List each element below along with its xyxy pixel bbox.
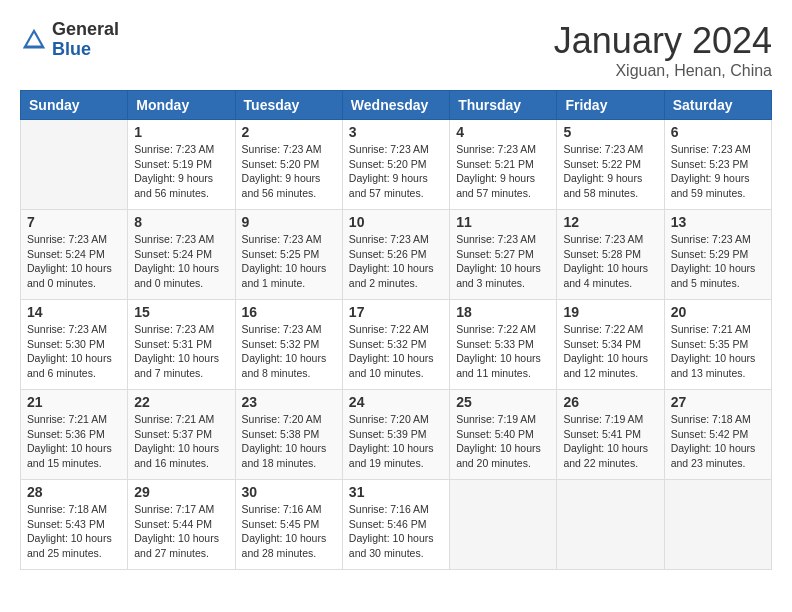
day-number: 28 <box>27 484 121 500</box>
day-info: Sunrise: 7:16 AMSunset: 5:45 PMDaylight:… <box>242 502 336 561</box>
calendar-cell: 27Sunrise: 7:18 AMSunset: 5:42 PMDayligh… <box>664 390 771 480</box>
calendar-week-row: 14Sunrise: 7:23 AMSunset: 5:30 PMDayligh… <box>21 300 772 390</box>
day-number: 1 <box>134 124 228 140</box>
day-number: 8 <box>134 214 228 230</box>
calendar-cell: 16Sunrise: 7:23 AMSunset: 5:32 PMDayligh… <box>235 300 342 390</box>
day-number: 23 <box>242 394 336 410</box>
day-number: 2 <box>242 124 336 140</box>
day-info: Sunrise: 7:23 AMSunset: 5:27 PMDaylight:… <box>456 232 550 291</box>
calendar-cell: 28Sunrise: 7:18 AMSunset: 5:43 PMDayligh… <box>21 480 128 570</box>
page-header: General Blue January 2024 Xiguan, Henan,… <box>20 20 772 80</box>
calendar-cell: 30Sunrise: 7:16 AMSunset: 5:45 PMDayligh… <box>235 480 342 570</box>
calendar-cell: 18Sunrise: 7:22 AMSunset: 5:33 PMDayligh… <box>450 300 557 390</box>
day-number: 27 <box>671 394 765 410</box>
calendar-week-row: 7Sunrise: 7:23 AMSunset: 5:24 PMDaylight… <box>21 210 772 300</box>
calendar-table: SundayMondayTuesdayWednesdayThursdayFrid… <box>20 90 772 570</box>
logo-icon <box>20 26 48 54</box>
day-info: Sunrise: 7:22 AMSunset: 5:34 PMDaylight:… <box>563 322 657 381</box>
day-info: Sunrise: 7:21 AMSunset: 5:37 PMDaylight:… <box>134 412 228 471</box>
calendar-cell: 26Sunrise: 7:19 AMSunset: 5:41 PMDayligh… <box>557 390 664 480</box>
weekday-header-friday: Friday <box>557 91 664 120</box>
calendar-cell: 15Sunrise: 7:23 AMSunset: 5:31 PMDayligh… <box>128 300 235 390</box>
calendar-cell: 3Sunrise: 7:23 AMSunset: 5:20 PMDaylight… <box>342 120 449 210</box>
day-number: 25 <box>456 394 550 410</box>
weekday-header-monday: Monday <box>128 91 235 120</box>
calendar-cell: 11Sunrise: 7:23 AMSunset: 5:27 PMDayligh… <box>450 210 557 300</box>
weekday-header-wednesday: Wednesday <box>342 91 449 120</box>
calendar-cell: 8Sunrise: 7:23 AMSunset: 5:24 PMDaylight… <box>128 210 235 300</box>
day-number: 16 <box>242 304 336 320</box>
logo: General Blue <box>20 20 119 60</box>
calendar-week-row: 21Sunrise: 7:21 AMSunset: 5:36 PMDayligh… <box>21 390 772 480</box>
day-number: 29 <box>134 484 228 500</box>
day-number: 19 <box>563 304 657 320</box>
day-info: Sunrise: 7:19 AMSunset: 5:40 PMDaylight:… <box>456 412 550 471</box>
calendar-cell: 22Sunrise: 7:21 AMSunset: 5:37 PMDayligh… <box>128 390 235 480</box>
day-info: Sunrise: 7:20 AMSunset: 5:39 PMDaylight:… <box>349 412 443 471</box>
day-info: Sunrise: 7:23 AMSunset: 5:26 PMDaylight:… <box>349 232 443 291</box>
day-number: 14 <box>27 304 121 320</box>
day-info: Sunrise: 7:23 AMSunset: 5:25 PMDaylight:… <box>242 232 336 291</box>
day-number: 6 <box>671 124 765 140</box>
day-info: Sunrise: 7:21 AMSunset: 5:35 PMDaylight:… <box>671 322 765 381</box>
calendar-cell: 1Sunrise: 7:23 AMSunset: 5:19 PMDaylight… <box>128 120 235 210</box>
day-info: Sunrise: 7:21 AMSunset: 5:36 PMDaylight:… <box>27 412 121 471</box>
calendar-cell: 2Sunrise: 7:23 AMSunset: 5:20 PMDaylight… <box>235 120 342 210</box>
calendar-cell: 13Sunrise: 7:23 AMSunset: 5:29 PMDayligh… <box>664 210 771 300</box>
day-number: 21 <box>27 394 121 410</box>
day-info: Sunrise: 7:17 AMSunset: 5:44 PMDaylight:… <box>134 502 228 561</box>
weekday-header-thursday: Thursday <box>450 91 557 120</box>
day-number: 24 <box>349 394 443 410</box>
calendar-cell <box>664 480 771 570</box>
calendar-cell: 20Sunrise: 7:21 AMSunset: 5:35 PMDayligh… <box>664 300 771 390</box>
day-info: Sunrise: 7:23 AMSunset: 5:31 PMDaylight:… <box>134 322 228 381</box>
calendar-cell: 29Sunrise: 7:17 AMSunset: 5:44 PMDayligh… <box>128 480 235 570</box>
weekday-header-row: SundayMondayTuesdayWednesdayThursdayFrid… <box>21 91 772 120</box>
weekday-header-tuesday: Tuesday <box>235 91 342 120</box>
calendar-cell: 10Sunrise: 7:23 AMSunset: 5:26 PMDayligh… <box>342 210 449 300</box>
day-number: 15 <box>134 304 228 320</box>
calendar-cell <box>557 480 664 570</box>
logo-text: General Blue <box>52 20 119 60</box>
calendar-cell <box>450 480 557 570</box>
calendar-cell: 23Sunrise: 7:20 AMSunset: 5:38 PMDayligh… <box>235 390 342 480</box>
day-number: 26 <box>563 394 657 410</box>
day-info: Sunrise: 7:23 AMSunset: 5:24 PMDaylight:… <box>134 232 228 291</box>
day-number: 30 <box>242 484 336 500</box>
day-info: Sunrise: 7:23 AMSunset: 5:21 PMDaylight:… <box>456 142 550 201</box>
day-number: 18 <box>456 304 550 320</box>
logo-blue: Blue <box>52 40 119 60</box>
day-number: 31 <box>349 484 443 500</box>
day-info: Sunrise: 7:18 AMSunset: 5:42 PMDaylight:… <box>671 412 765 471</box>
day-number: 12 <box>563 214 657 230</box>
weekday-header-saturday: Saturday <box>664 91 771 120</box>
day-number: 5 <box>563 124 657 140</box>
day-number: 10 <box>349 214 443 230</box>
calendar-cell: 24Sunrise: 7:20 AMSunset: 5:39 PMDayligh… <box>342 390 449 480</box>
calendar-cell: 14Sunrise: 7:23 AMSunset: 5:30 PMDayligh… <box>21 300 128 390</box>
calendar-cell: 6Sunrise: 7:23 AMSunset: 5:23 PMDaylight… <box>664 120 771 210</box>
day-info: Sunrise: 7:23 AMSunset: 5:22 PMDaylight:… <box>563 142 657 201</box>
calendar-cell: 9Sunrise: 7:23 AMSunset: 5:25 PMDaylight… <box>235 210 342 300</box>
day-info: Sunrise: 7:19 AMSunset: 5:41 PMDaylight:… <box>563 412 657 471</box>
day-info: Sunrise: 7:18 AMSunset: 5:43 PMDaylight:… <box>27 502 121 561</box>
day-number: 20 <box>671 304 765 320</box>
day-info: Sunrise: 7:16 AMSunset: 5:46 PMDaylight:… <box>349 502 443 561</box>
calendar-cell: 25Sunrise: 7:19 AMSunset: 5:40 PMDayligh… <box>450 390 557 480</box>
day-info: Sunrise: 7:23 AMSunset: 5:29 PMDaylight:… <box>671 232 765 291</box>
day-info: Sunrise: 7:23 AMSunset: 5:20 PMDaylight:… <box>242 142 336 201</box>
day-info: Sunrise: 7:23 AMSunset: 5:19 PMDaylight:… <box>134 142 228 201</box>
day-number: 11 <box>456 214 550 230</box>
calendar-cell: 19Sunrise: 7:22 AMSunset: 5:34 PMDayligh… <box>557 300 664 390</box>
day-number: 17 <box>349 304 443 320</box>
calendar-cell: 17Sunrise: 7:22 AMSunset: 5:32 PMDayligh… <box>342 300 449 390</box>
day-info: Sunrise: 7:22 AMSunset: 5:33 PMDaylight:… <box>456 322 550 381</box>
calendar-cell: 31Sunrise: 7:16 AMSunset: 5:46 PMDayligh… <box>342 480 449 570</box>
calendar-cell <box>21 120 128 210</box>
day-info: Sunrise: 7:23 AMSunset: 5:20 PMDaylight:… <box>349 142 443 201</box>
location: Xiguan, Henan, China <box>554 62 772 80</box>
day-info: Sunrise: 7:23 AMSunset: 5:30 PMDaylight:… <box>27 322 121 381</box>
day-number: 13 <box>671 214 765 230</box>
month-title: January 2024 <box>554 20 772 62</box>
calendar-cell: 4Sunrise: 7:23 AMSunset: 5:21 PMDaylight… <box>450 120 557 210</box>
